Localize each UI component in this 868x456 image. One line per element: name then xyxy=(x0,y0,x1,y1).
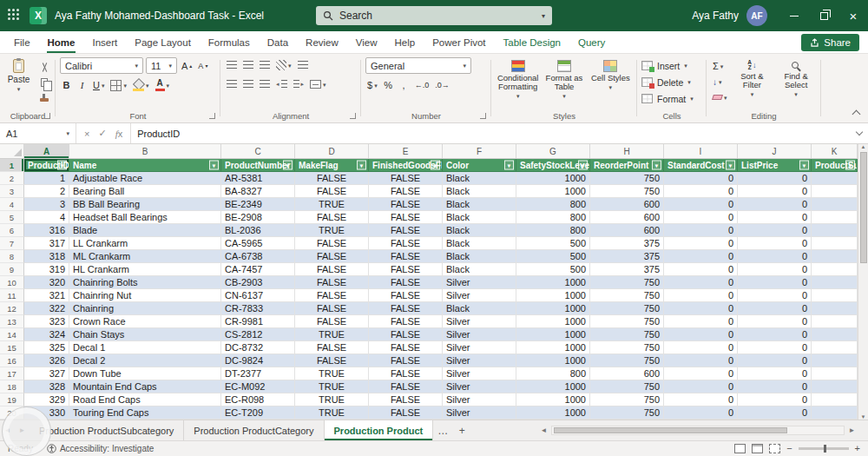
cell-J8[interactable]: 0 xyxy=(738,250,812,263)
increase-font-size-button[interactable]: A▴ xyxy=(180,58,194,74)
collapse-ribbon-icon[interactable] xyxy=(852,110,861,119)
clear-button[interactable]: ▾ xyxy=(711,90,729,104)
cell-K18[interactable] xyxy=(812,380,858,393)
cell-B4[interactable]: BB Ball Bearing xyxy=(69,198,221,211)
minimize-button[interactable] xyxy=(779,0,809,31)
cell-B5[interactable]: Headset Ball Bearings xyxy=(69,211,221,224)
copy-button[interactable] xyxy=(37,76,51,88)
cell-B6[interactable]: Blade xyxy=(69,224,221,237)
header-cell-StandardCost[interactable]: StandardCost▾ xyxy=(664,159,738,172)
cell-J12[interactable]: 0 xyxy=(738,302,812,315)
cell-H4[interactable]: 600 xyxy=(590,198,664,211)
header-cell-Name[interactable]: Name▾ xyxy=(69,159,221,172)
cell-C8[interactable]: CA-6738 xyxy=(221,250,295,263)
cell-styles-button[interactable]: Cell Styles ▾ xyxy=(589,57,633,90)
page-break-view-button[interactable] xyxy=(769,444,780,453)
cell-I7[interactable]: 0 xyxy=(664,237,738,250)
cell-H17[interactable]: 600 xyxy=(590,367,664,380)
cell-F8[interactable]: Black xyxy=(443,250,516,263)
cell-E3[interactable]: FALSE xyxy=(369,185,443,198)
cell-G17[interactable]: 800 xyxy=(516,367,590,380)
cell-K15[interactable] xyxy=(812,341,858,354)
cell-J14[interactable]: 0 xyxy=(738,328,812,341)
cell-G19[interactable]: 1000 xyxy=(516,393,590,406)
cell-A2[interactable]: 1 xyxy=(24,172,69,185)
cell-H18[interactable]: 750 xyxy=(590,380,664,393)
cell-C19[interactable]: EC-R098 xyxy=(221,393,295,406)
cell-I12[interactable]: 0 xyxy=(664,302,738,315)
cell-E11[interactable]: FALSE xyxy=(369,289,443,302)
cell-F12[interactable]: Black xyxy=(443,302,516,315)
row-header-7[interactable]: 7 xyxy=(0,237,24,250)
font-color-button[interactable]: A▾ xyxy=(154,77,172,93)
cell-B15[interactable]: Decal 1 xyxy=(69,341,221,354)
column-header-H[interactable]: H xyxy=(590,144,664,158)
cell-I13[interactable]: 0 xyxy=(664,315,738,328)
menu-tab-help[interactable]: Help xyxy=(386,31,424,53)
cancel-button[interactable]: × xyxy=(84,129,89,139)
column-header-C[interactable]: C xyxy=(221,144,295,158)
cell-I16[interactable]: 0 xyxy=(664,354,738,367)
row-header-18[interactable]: 18 xyxy=(0,380,24,393)
cell-K4[interactable] xyxy=(812,198,858,211)
cell-F5[interactable]: Black xyxy=(443,211,516,224)
name-box-dropdown-icon[interactable]: ▾ xyxy=(66,130,69,136)
name-box[interactable]: A1▾ xyxy=(0,123,76,143)
cell-K20[interactable] xyxy=(812,406,858,420)
header-cell-SafetyStockLevel[interactable]: SafetyStockLevel▾ xyxy=(516,159,590,172)
cell-J20[interactable]: 0 xyxy=(738,406,812,420)
cell-F9[interactable]: Black xyxy=(443,263,516,276)
filter-dropdown-icon[interactable]: ▾ xyxy=(652,161,661,170)
user-name[interactable]: Aya Fathy xyxy=(692,10,739,22)
cell-K10[interactable] xyxy=(812,276,858,289)
cell-I18[interactable]: 0 xyxy=(664,380,738,393)
cell-J9[interactable]: 0 xyxy=(738,263,812,276)
align-left-button[interactable] xyxy=(225,76,239,92)
hscroll-right-icon[interactable]: ► xyxy=(846,426,858,434)
cell-G4[interactable]: 800 xyxy=(516,198,590,211)
cell-I4[interactable]: 0 xyxy=(664,198,738,211)
cell-J5[interactable]: 0 xyxy=(738,211,812,224)
cell-D10[interactable]: FALSE xyxy=(295,276,369,289)
cell-F15[interactable]: Silver xyxy=(443,341,516,354)
autosum-button[interactable]: Σ▾ xyxy=(711,59,729,73)
menu-tab-power-pivot[interactable]: Power Pivot xyxy=(424,31,494,53)
filter-dropdown-icon[interactable]: ▾ xyxy=(504,161,514,170)
borders-button[interactable]: ▾ xyxy=(108,77,128,93)
cell-I2[interactable]: 0 xyxy=(664,172,738,185)
font-size-dropdown-icon[interactable]: ▾ xyxy=(168,63,172,69)
row-header-17[interactable]: 17 xyxy=(0,367,24,380)
cell-E13[interactable]: FALSE xyxy=(369,315,443,328)
column-header-G[interactable]: G xyxy=(516,144,590,158)
row-header-9[interactable]: 9 xyxy=(0,263,24,276)
more-sheets-button[interactable]: … xyxy=(433,420,452,440)
cell-I5[interactable]: 0 xyxy=(664,211,738,224)
cell-A15[interactable]: 325 xyxy=(24,341,69,354)
cell-J16[interactable]: 0 xyxy=(738,354,812,367)
decrease-decimal-button[interactable]: .0→ xyxy=(433,77,451,93)
cell-K8[interactable] xyxy=(812,250,858,263)
cell-D14[interactable]: TRUE xyxy=(295,328,369,341)
conditional-formatting-button[interactable]: Conditional Formatting ▾ xyxy=(496,57,540,99)
header-cell-Color[interactable]: Color▾ xyxy=(443,159,516,172)
vertical-scrollbar[interactable]: ▲ ▼ xyxy=(858,144,868,420)
header-cell-FinishedGoodsFlag[interactable]: FinishedGoodsFlag▾ xyxy=(369,159,443,172)
cell-E8[interactable]: FALSE xyxy=(369,250,443,263)
cell-F11[interactable]: Silver xyxy=(443,289,516,302)
cell-K6[interactable] xyxy=(812,224,858,237)
cell-F4[interactable]: Black xyxy=(443,198,516,211)
cell-C2[interactable]: AR-5381 xyxy=(221,172,295,185)
page-layout-view-button[interactable] xyxy=(752,444,763,453)
zoom-slider-thumb[interactable] xyxy=(824,445,826,453)
cell-H15[interactable]: 750 xyxy=(590,341,664,354)
cell-J11[interactable]: 0 xyxy=(738,289,812,302)
search-dropdown-icon[interactable]: ▾ xyxy=(542,12,545,20)
cell-F14[interactable]: Silver xyxy=(443,328,516,341)
cell-B9[interactable]: HL Crankarm xyxy=(69,263,221,276)
number-format-combo[interactable]: General▾ xyxy=(365,57,471,74)
header-cell-MakeFlag[interactable]: MakeFlag▾ xyxy=(295,159,369,172)
cell-G11[interactable]: 1000 xyxy=(516,289,590,302)
cell-G13[interactable]: 1000 xyxy=(516,315,590,328)
column-header-A[interactable]: A xyxy=(24,144,69,158)
row-header-13[interactable]: 13 xyxy=(0,315,24,328)
